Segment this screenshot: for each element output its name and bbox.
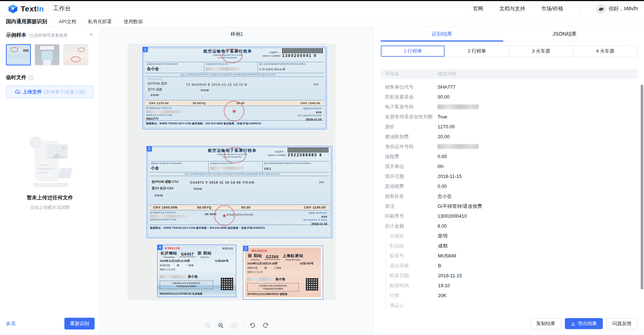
empty-title: 暂未上传过任何文件 (0, 195, 100, 201)
detected-region-itinerary-2[interactable]: 2 航空运输电子客票行程单 ITINERARY/RECEIPT OF E-TIC… (146, 146, 332, 238)
greeting-text: 你好，t46vfn (609, 6, 638, 12)
result-tab[interactable]: JSON结果 (503, 27, 626, 41)
ticket-subtabs: 1 行程单2 行程单3 火车票4 火车票 (381, 45, 637, 57)
result-row: 旅客姓名 合小合 (381, 191, 637, 201)
ticket-subtab[interactable]: 4 火车票 (573, 46, 637, 57)
scanned-document[interactable]: 1 航空运输电子客票行程单 ITINERARY/RECEIPT OF E-TIC… (128, 44, 335, 300)
red-stamp-icon (224, 147, 246, 163)
info-icon[interactable]: i (29, 75, 33, 80)
detected-region-train-4[interactable]: 4 K096138 检票:A18 长沙南站Changshanan G6457 邵… (157, 245, 236, 297)
ticket-subtab[interactable]: 2 行程单 (445, 46, 509, 57)
red-star-stamp-icon: ★ (214, 205, 235, 226)
detected-region-itinerary-1[interactable]: 1 航空运输电子客票行程单 ITINERARY/RECEIPT OF E-TIC… (142, 47, 327, 129)
ticket-subtab[interactable]: 1 行程单 (381, 46, 445, 57)
sidebar: 示例样本 *点击样例可查看效果 « 临时文件 i 上传文件 (支持单个/批量上传… (0, 27, 100, 335)
result-row: 保险费 0.00 (381, 152, 637, 161)
masked-eticket (150, 215, 186, 218)
red-star-stamp-icon: ★ (224, 101, 244, 121)
result-row: 行李 20K (386, 291, 637, 300)
account-menu[interactable]: 你好，t46vfn (596, 4, 638, 14)
brand-name: TextIn (21, 4, 44, 13)
top-nav-link[interactable]: 官网 (473, 6, 483, 12)
result-row: 出发站 昆明 (386, 231, 637, 241)
barcode (288, 147, 329, 153)
viewer-toolbar: 1:1 (100, 322, 374, 329)
multi-select-link[interactable]: 多选 (6, 320, 15, 327)
zoom-in-icon[interactable] (217, 322, 225, 329)
passenger-name: 合小合 (188, 274, 198, 279)
result-row: 航班号 MU5849 (386, 251, 637, 261)
nav-item[interactable]: 使用数据 (124, 18, 143, 25)
detected-region-train-3[interactable]: 3 M045529 邵 阳站Shaoyang G2366 上海虹桥站Shangh… (243, 246, 323, 300)
ticket-number: M045529 (252, 249, 319, 253)
document-viewer: 样例1 1 航空运输电子客票行程单 ITINERARY/RECEIPT OF E… (100, 27, 374, 335)
barcode (282, 48, 323, 53)
empty-state: ! 暂未上传过任何文件 点击上传图片试试吧 (0, 134, 100, 211)
nav-item[interactable]: API文档 (59, 18, 76, 25)
result-row: 印刷序号 13002000410 (381, 211, 637, 221)
top-nav-link[interactable]: 文档与支持 (499, 6, 525, 12)
samples-title: 示例样本 (6, 32, 26, 39)
table-header: 字段名 信息内容 (381, 69, 637, 79)
qr-code (221, 278, 233, 290)
result-row: 到达站 成都 (386, 241, 637, 251)
result-row: 填开日期 2018-11-15 (381, 171, 637, 181)
textin-logo-icon (8, 4, 18, 14)
passenger-name: 小合 (151, 165, 207, 171)
rotate-right-icon[interactable] (262, 322, 269, 329)
nav-item[interactable]: 国内通用票据识别 (6, 18, 47, 25)
empty-hint: 点击上传图片试试吧 (0, 204, 100, 211)
result-row: 发票专用章存在性判断 True (381, 112, 637, 122)
sample-title: 样例1 (100, 31, 374, 38)
brand[interactable]: TextIn (8, 4, 44, 14)
result-tab[interactable]: 识别结果 (381, 27, 503, 41)
divider (48, 6, 49, 12)
rerun-recognition-button[interactable]: 重新识别 (64, 318, 95, 329)
robot-nav: 国内通用票据识别API文档私有化部署使用数据 (0, 17, 644, 27)
serial-number: 2922588880 8 (288, 153, 329, 157)
temp-files-title: 临时文件 (6, 74, 26, 81)
masked-value (438, 144, 479, 149)
sample-thumbnail-3[interactable] (63, 44, 88, 65)
empty-illustration-icon: ! (21, 134, 79, 189)
train-number: G2366 (264, 254, 280, 260)
download-icon (571, 321, 576, 326)
upload-hint: (支持单个/批量上传) (44, 89, 85, 95)
result-row: 航班时间 19:10 (386, 281, 637, 291)
copy-result-button[interactable]: 复制结果 (530, 318, 561, 329)
result-row: 燃油附加费 20.00 (381, 132, 637, 142)
actual-size-icon[interactable]: 1:1 (230, 322, 238, 329)
serial-number: 1300200041 0 (282, 54, 323, 58)
sample-thumbnails (6, 44, 94, 65)
column-field-value: 信息内容 (438, 71, 457, 77)
upload-label: 上传文件 (23, 89, 42, 95)
masked-id (160, 275, 185, 278)
sample-thumbnail-2[interactable] (35, 44, 60, 65)
export-result-button[interactable]: 导出结果 (565, 318, 603, 329)
nav-item[interactable]: 私有化部署 (88, 18, 112, 25)
result-row: 电子客票号码 (381, 102, 637, 112)
passenger-name: 合小合 (275, 277, 285, 282)
divider (580, 6, 580, 12)
zoom-out-icon[interactable] (205, 322, 212, 329)
top-nav-link[interactable]: 市场/价格 (541, 6, 563, 12)
result-row: 航班日期 2018-11-15 (386, 271, 637, 281)
page-scrollbar[interactable] (641, 85, 643, 289)
result-row: 票价 1270.00 (381, 122, 637, 132)
rotate-left-icon[interactable] (249, 322, 256, 329)
result-table: 字段名 信息内容 销售单位代号 SHA777 民航发展基金 50.00 (381, 69, 637, 310)
ticket-subtab[interactable]: 3 火车票 (509, 46, 573, 57)
masked-id (206, 67, 240, 71)
top-bar: TextIn 工作台 官网文档与支持市场/价格 你好，t46vfn (0, 1, 644, 17)
result-row: 承运人 (386, 300, 637, 310)
upload-file-button[interactable]: 上传文件 (支持单个/批量上传) (6, 86, 94, 98)
samples-hint: *点击样例可查看效果 (28, 33, 68, 38)
result-row: 签注 G/不得签转/退改收费 (381, 201, 637, 211)
masked-id (210, 167, 244, 170)
region-tag: 2 (146, 146, 152, 152)
masked-eticket (146, 110, 182, 113)
feedback-button[interactable]: 问题反馈 (606, 318, 637, 329)
result-actions: 复制结果 导出结果 问题反馈 (530, 318, 637, 329)
sample-thumbnail-1[interactable] (6, 44, 31, 65)
collapse-panel-icon[interactable]: « (89, 33, 94, 36)
